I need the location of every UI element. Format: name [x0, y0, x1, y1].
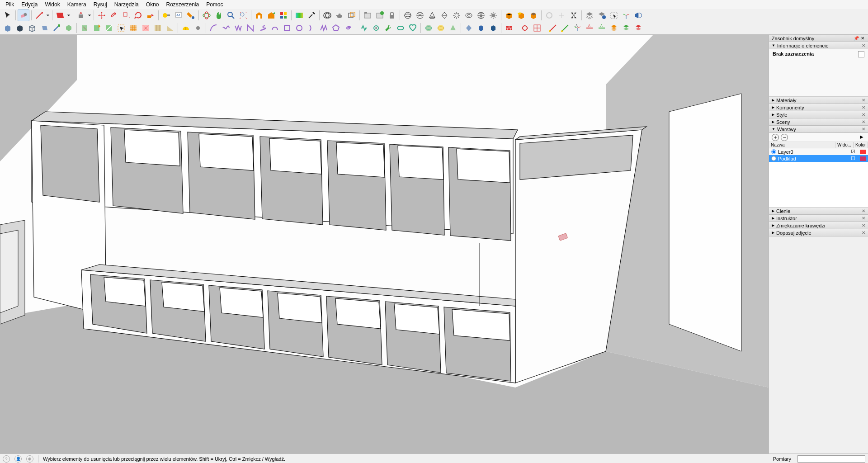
panel-soften-header[interactable]: ▶Zmiękczanie krawędzi✕ [769, 222, 868, 229]
orbit-tool[interactable] [201, 9, 212, 21]
layer-row-1[interactable]: Podklad ☐ [769, 155, 868, 162]
warehouse-icon[interactable] [253, 9, 265, 21]
red-grid-icon[interactable] [531, 22, 543, 34]
sun-icon[interactable] [451, 9, 462, 21]
wrench-icon[interactable] [382, 22, 394, 34]
axes-icon[interactable] [620, 9, 632, 21]
brick-icon[interactable] [503, 22, 515, 34]
eraser-tool[interactable] [18, 9, 29, 21]
diamond-wire-icon[interactable] [439, 9, 450, 21]
stack-green-icon[interactable] [620, 22, 632, 34]
circle-gray-icon[interactable] [543, 9, 555, 21]
mesh-red-icon[interactable] [140, 22, 151, 34]
panel-instructor-header[interactable]: ▶Instruktor✕ [769, 215, 868, 222]
layer-visible-checkbox[interactable]: ☑ [846, 149, 860, 155]
panel-close-icon[interactable]: ✕ [862, 112, 865, 117]
wave-icon[interactable] [220, 22, 232, 34]
cube-dark-icon[interactable] [14, 22, 26, 34]
sphere-green-icon[interactable] [423, 22, 434, 34]
text-tool[interactable]: A1 [173, 9, 184, 21]
mesh-tan-icon[interactable] [152, 22, 164, 34]
scale-tool[interactable] [120, 9, 132, 21]
gear-icon[interactable] [192, 22, 204, 34]
arc-purple-icon[interactable] [208, 22, 220, 34]
protractor-half-icon[interactable] [180, 22, 192, 34]
circle-purple-icon[interactable] [293, 22, 305, 34]
torus-icon[interactable] [463, 9, 475, 21]
menu-view[interactable]: Widok [41, 0, 63, 9]
panel-components-header[interactable]: ▶Komponenty✕ [769, 104, 868, 111]
panel-shadows-header[interactable]: ▶Cienie✕ [769, 208, 868, 215]
pushpull-tool[interactable] [75, 9, 87, 21]
layers-col-name[interactable]: Nazwa [769, 142, 835, 148]
move-gray-icon[interactable] [556, 9, 567, 21]
cube-blue-icon[interactable] [2, 22, 14, 34]
hexagon-icon[interactable] [63, 22, 75, 34]
style-gradient-icon[interactable] [293, 9, 305, 21]
layers-icon[interactable] [584, 9, 595, 21]
cog-small-icon[interactable] [370, 22, 382, 34]
zigzag-down-icon[interactable] [232, 22, 244, 34]
tray-close-icon[interactable]: ✕ [860, 36, 865, 41]
solid-union-icon[interactable] [321, 9, 333, 21]
geo-icon[interactable]: ⊕ [26, 455, 33, 463]
layers-edit-icon[interactable] [596, 9, 608, 21]
layer-menu-icon[interactable]: ▶ [858, 134, 865, 141]
arc-right-icon[interactable] [306, 22, 317, 34]
move-tool[interactable] [96, 9, 108, 21]
zoom-tool[interactable] [225, 9, 237, 21]
layer-active-radio[interactable] [771, 156, 776, 161]
menu-help[interactable]: Pomoc [203, 0, 226, 9]
sphere-yellow-icon[interactable] [435, 22, 447, 34]
measurements-input[interactable] [797, 455, 865, 463]
offset-tool[interactable] [108, 9, 120, 21]
tray-pin-icon[interactable]: 📌 [854, 36, 859, 41]
box-closed-icon[interactable] [528, 9, 539, 21]
rectangle-tool[interactable] [54, 9, 66, 21]
heart-icon[interactable] [407, 22, 419, 34]
box-open-icon[interactable] [515, 9, 527, 21]
cube-small-blue-icon[interactable] [475, 22, 487, 34]
sphere-wire-icon[interactable] [402, 9, 414, 21]
cube-small-dark-icon[interactable] [487, 22, 499, 34]
cone-wire-icon[interactable] [426, 9, 438, 21]
panel-scenes-header[interactable]: ▶Sceny✕ [769, 118, 868, 126]
axis-green-icon[interactable] [559, 22, 571, 34]
solid-split-icon[interactable] [346, 9, 358, 21]
zoom-extents-tool[interactable] [237, 9, 249, 21]
entity-info-box-icon[interactable] [858, 51, 864, 57]
spiral-icon[interactable] [342, 22, 354, 34]
panel-layers-header[interactable]: ▼Warstwy✕ [769, 126, 868, 133]
mirror-icon[interactable] [632, 9, 644, 21]
tape-tool[interactable] [160, 9, 172, 21]
panel-close-icon[interactable]: ✕ [862, 105, 865, 110]
panel-close-icon[interactable]: ✕ [862, 119, 865, 124]
panel-styles-header[interactable]: ▶Style✕ [769, 111, 868, 118]
edge-highlight-icon[interactable] [51, 22, 62, 34]
layers-col-color[interactable]: Kolor [854, 142, 868, 148]
menu-file[interactable]: Plik [2, 0, 18, 9]
panel-close-icon[interactable]: ✕ [862, 230, 865, 235]
line-tool[interactable] [33, 9, 45, 21]
layer-color-swatch[interactable] [860, 150, 866, 154]
parallelogram-icon[interactable] [38, 22, 50, 34]
stack-orange-icon[interactable] [608, 22, 620, 34]
layer-remove-icon[interactable]: − [781, 134, 788, 141]
stack-red-icon[interactable] [632, 22, 644, 34]
layer-active-radio[interactable] [771, 149, 776, 154]
axis-red2-icon[interactable]: A [584, 22, 595, 34]
pushpull-dropdown-icon[interactable] [87, 9, 92, 21]
panel-materials-header[interactable]: ▶Materiały✕ [769, 97, 868, 104]
paint-tool[interactable] [185, 9, 197, 21]
panel-matchphoto-header[interactable]: ▶Dopasuj zdjęcie✕ [769, 229, 868, 236]
circle-hatch-icon[interactable] [414, 9, 426, 21]
zigzag-up-icon[interactable] [318, 22, 330, 34]
eyedropper-icon[interactable] [306, 9, 317, 21]
diamond-blue-icon[interactable] [463, 22, 475, 34]
menu-window[interactable]: Okno [142, 0, 163, 9]
select-tool[interactable] [2, 9, 14, 21]
panel-close-icon[interactable]: ✕ [862, 223, 865, 228]
box-icon[interactable] [503, 9, 515, 21]
sun-filled-icon[interactable] [487, 9, 499, 21]
square-purple-icon[interactable] [281, 22, 293, 34]
